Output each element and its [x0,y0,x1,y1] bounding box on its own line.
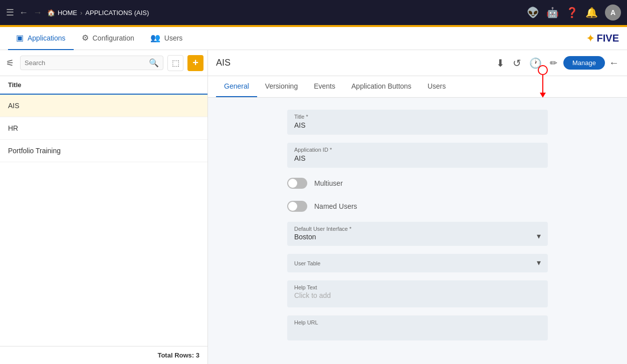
tab-versioning[interactable]: Versioning [257,76,306,97]
app-id-field-label: Application ID * [294,147,541,153]
topbar: ☰ ← → 🏠 HOME › APPLICATIONS (AIS) 👽 🤖 ❓ … [0,0,627,25]
tab-users-label: Users [428,82,446,90]
tab-general-label: General [224,82,249,90]
nav-configuration[interactable]: ⚙ Configuration [74,27,142,50]
topbar-right: 👽 🤖 ❓ 🔔 A [527,5,621,21]
refresh-icon[interactable]: ↺ [511,55,523,71]
total-rows-label: Total Rows: 3 [157,351,199,359]
applications-icon: ▣ [16,33,24,43]
named-users-toggle[interactable] [287,201,307,212]
five-logo-text: FIVE [597,33,619,44]
help-text-placeholder[interactable]: Click to add [294,291,541,299]
home-icon: 🏠 [47,9,55,17]
help-url-label: Help URL [294,319,541,325]
nav-applications[interactable]: ▣ Applications [8,27,74,50]
content-actions: ⬇ ↺ 🕐 ✏ Manage ← [494,55,619,71]
bot-icon[interactable]: 🤖 [546,7,559,19]
users-nav-label: Users [164,34,183,42]
applications-label: Applications [28,34,66,42]
configuration-label: Configuration [93,34,134,42]
named-users-label: Named Users [314,202,357,210]
multiuser-row: Multiuser [287,176,548,191]
menu-icon[interactable]: ☰ [6,7,14,18]
main-layout: ⚟ 🔍 ⬚ + Title AIS HR Portfolio Training [0,50,627,364]
content-area: AIS ⬇ ↺ 🕐 ✏ Manage ← General Versioning … [208,50,627,364]
breadcrumb: 🏠 HOME › APPLICATIONS (AIS) [47,9,149,17]
five-logo: ✦ FIVE [586,32,619,45]
sidebar-column-header: Title [0,76,207,95]
sidebar: ⚟ 🔍 ⬚ + Title AIS HR Portfolio Training [0,50,208,364]
sidebar-item-label-portfolio: Portfolio Training [8,147,61,155]
configuration-icon: ⚙ [82,33,89,43]
back-content-icon[interactable]: ← [609,57,619,69]
user-table-inner: User Table [294,260,537,267]
tab-app-buttons-label: Application Buttons [351,82,411,90]
help-text-label: Help Text [294,284,541,290]
app-id-field: Application ID * [287,143,548,168]
manage-button[interactable]: Manage [563,56,605,70]
home-label: HOME [58,9,77,17]
default-ui-inner: Default User Interface * Boston [294,226,537,241]
content-title: AIS [216,58,488,68]
breadcrumb-separator: › [80,9,82,17]
tab-events[interactable]: Events [306,76,343,97]
sidebar-row-portfolio[interactable]: Portfolio Training [0,140,207,162]
form-area: Title * Application ID * Multiuser Named… [208,98,627,364]
user-table-field: User Table ▾ [287,254,548,272]
sidebar-table: Title AIS HR Portfolio Training [0,76,207,346]
default-ui-field: Default User Interface * Boston ▾ [287,222,548,246]
help-icon[interactable]: ❓ [566,7,578,19]
search-input-wrap: 🔍 [20,56,163,70]
users-nav-icon: 👥 [150,33,160,43]
help-url-input[interactable] [294,327,541,335]
sidebar-toolbar: ⚟ 🔍 ⬚ + [0,50,207,76]
sidebar-row-ais[interactable]: AIS [0,95,207,117]
tab-events-label: Events [314,82,335,90]
sidebar-item-label-hr: HR [8,124,18,132]
import-button[interactable]: ⬚ [167,55,183,71]
default-ui-chevron[interactable]: ▾ [537,231,541,241]
current-page-label: APPLICATIONS (AIS) [85,9,149,17]
tab-general[interactable]: General [216,76,257,97]
home-link[interactable]: 🏠 HOME [47,9,77,17]
title-field-label: Title * [294,114,541,120]
forward-nav-icon[interactable]: → [33,8,42,18]
title-column-label: Title [8,81,22,89]
content-header: AIS ⬇ ↺ 🕐 ✏ Manage ← [208,50,627,76]
notifications-icon[interactable]: 🔔 [585,7,598,19]
form-inner: Title * Application ID * Multiuser Named… [287,110,548,340]
import-icon: ⬚ [172,58,179,68]
user-table-label: User Table [294,260,537,266]
secondary-nav: ▣ Applications ⚙ Configuration 👥 Users ✦… [0,27,627,50]
title-input[interactable] [294,121,541,129]
search-input[interactable] [25,59,149,67]
avatar[interactable]: A [605,5,621,21]
tab-users[interactable]: Users [420,76,454,97]
clock-icon[interactable]: 🕐 [527,55,544,71]
default-ui-label: Default User Interface * [294,226,537,232]
edit-pencil-icon[interactable]: ✏ [548,56,559,71]
help-text-field: Help Text Click to add [287,280,548,307]
download-icon[interactable]: ⬇ [494,55,507,71]
title-field: Title * [287,110,548,135]
tab-app-buttons[interactable]: Application Buttons [343,76,420,97]
add-button[interactable]: + [187,55,203,71]
app-id-input[interactable] [294,154,541,162]
search-icon[interactable]: 🔍 [149,58,159,68]
tabs-bar: General Versioning Events Application Bu… [208,76,627,98]
filter-icon[interactable]: ⚟ [4,56,16,71]
user-table-chevron[interactable]: ▾ [537,258,541,267]
tab-versioning-label: Versioning [265,82,298,90]
alien-icon[interactable]: 👽 [527,7,539,19]
back-nav-icon[interactable]: ← [19,8,28,18]
help-url-field: Help URL [287,315,548,340]
sidebar-footer: Total Rows: 3 [0,346,207,364]
nav-users[interactable]: 👥 Users [142,27,191,50]
sidebar-row-hr[interactable]: HR [0,117,207,140]
multiuser-label: Multiuser [314,179,343,187]
sidebar-item-label-ais: AIS [8,102,20,110]
multiuser-toggle[interactable] [287,178,307,189]
default-ui-value: Boston [294,233,537,241]
named-users-row: Named Users [287,199,548,214]
